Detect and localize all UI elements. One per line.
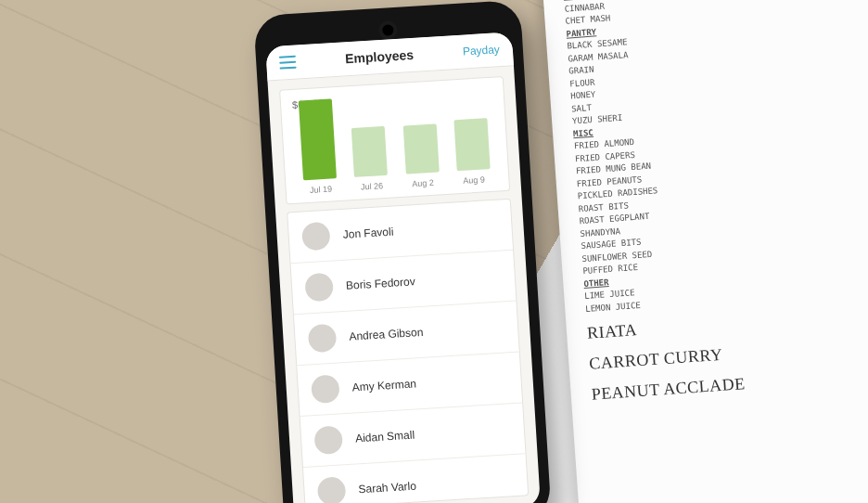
avatar bbox=[308, 324, 338, 354]
employee-name: Sarah Varlo bbox=[358, 480, 416, 497]
employee-name: Andrea Gibson bbox=[349, 326, 424, 343]
bar-label: Jul 26 bbox=[361, 181, 384, 191]
avatar bbox=[304, 273, 334, 303]
payday-button[interactable]: Payday bbox=[462, 43, 500, 58]
inventory-sheet: SPROUTED CINNABAR CHET MASH PANTRY BLACK… bbox=[542, 0, 868, 503]
avatar bbox=[301, 222, 331, 252]
phone-screen: Employees Payday $6,059 Jul 19 Jul 26 Au… bbox=[265, 32, 541, 503]
bar-col[interactable]: Jul 26 bbox=[347, 125, 394, 192]
avatar bbox=[317, 476, 347, 503]
employee-name: Amy Kerman bbox=[351, 377, 416, 393]
employee-name: Aidan Small bbox=[355, 429, 415, 445]
bar-label: Jul 19 bbox=[310, 184, 333, 194]
avatar bbox=[311, 374, 340, 404]
page-title: Employees bbox=[345, 47, 415, 66]
bar-label: Aug 9 bbox=[463, 174, 485, 185]
bar-label: Aug 2 bbox=[412, 178, 434, 188]
bar bbox=[402, 124, 439, 174]
phone-frame: Employees Payday $6,059 Jul 19 Jul 26 Au… bbox=[253, 0, 552, 503]
employee-list[interactable]: Jon Favoli Boris Fedorov Andrea Gibson A… bbox=[287, 199, 529, 503]
bar-col[interactable]: Jul 19 bbox=[294, 98, 343, 196]
payroll-chart[interactable]: $6,059 Jul 19 Jul 26 Aug 2 Aug 9 bbox=[279, 76, 510, 205]
app-header: Employees Payday bbox=[265, 32, 514, 81]
employee-name: Boris Fedorov bbox=[346, 275, 415, 292]
bar bbox=[299, 98, 337, 180]
avatar bbox=[313, 425, 343, 455]
bar-col[interactable]: Aug 9 bbox=[449, 118, 496, 187]
bar bbox=[453, 118, 490, 171]
employee-name: Jon Favoli bbox=[342, 226, 393, 241]
bar-col[interactable]: Aug 2 bbox=[398, 124, 445, 189]
bar bbox=[351, 126, 388, 177]
chart-bars: Jul 19 Jul 26 Aug 2 Aug 9 bbox=[293, 104, 498, 196]
menu-icon[interactable] bbox=[279, 56, 297, 70]
